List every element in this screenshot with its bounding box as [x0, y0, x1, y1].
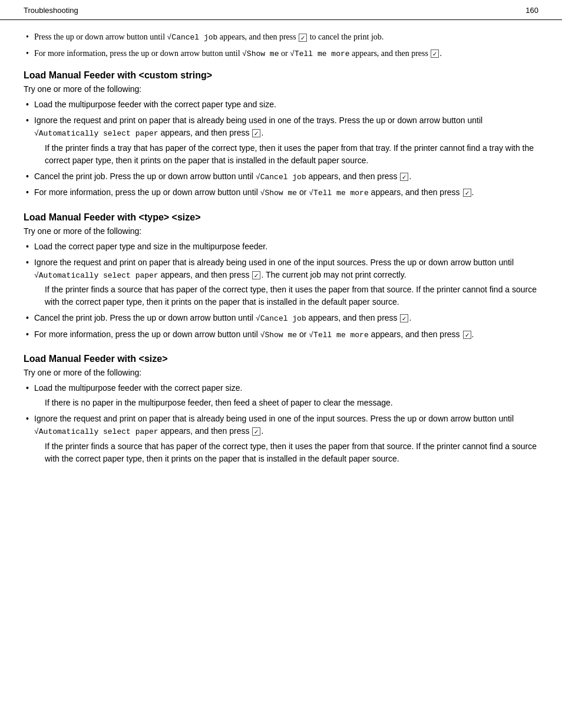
intro-bullet-1: Press the up or down arrow button until … [24, 31, 538, 44]
s-bullet-1: Load the multipurpose feeder with the co… [24, 382, 538, 409]
checkmark-icon-1: ✓ [299, 34, 307, 42]
section-type-size-list: Load the correct paper type and size in … [24, 241, 538, 341]
cs-checkmark-1: ✓ [252, 129, 260, 137]
ts-checkmark-3: ✓ [463, 331, 471, 339]
ts-bullet-4: For more information, press the up or do… [24, 328, 538, 341]
s-indent-1: If there is no paper in the multipurpose… [45, 397, 538, 409]
header-page: 160 [525, 6, 538, 15]
ts-bullet-1: Load the correct paper type and size in … [24, 241, 538, 253]
intro-bullet-2: For more information, press the up or do… [24, 47, 538, 60]
header-title: Troubleshooting [24, 6, 78, 15]
cs-bullet-3: Cancel the print job. Press the up or do… [24, 170, 538, 183]
section-custom-string-list: Load the multipurpose feeder with the co… [24, 98, 538, 199]
cs-indent-1: If the printer finds a tray that has pap… [45, 142, 538, 167]
section-type-size-title: Load Manual Feeder with <type> <size> [24, 212, 538, 223]
cs-mono-tell: √Tell me more [309, 189, 368, 197]
checkmark-icon-2: ✓ [431, 50, 439, 58]
try-text-2: Try one or more of the following: [24, 226, 538, 236]
page-header: Troubleshooting 160 [0, 0, 562, 20]
section-custom-string-title: Load Manual Feeder with <custom string> [24, 70, 538, 81]
s-indent-2: If the printer finds a source that has p… [45, 440, 538, 465]
ts-bullet-3: Cancel the print job. Press the up or do… [24, 312, 538, 325]
ts-checkmark-2: ✓ [400, 314, 408, 322]
section-size-title: Load Manual Feeder with <size> [24, 354, 538, 364]
ts-mono-cancel: √Cancel job [256, 314, 306, 323]
intro-mono-1: √Cancel job [167, 33, 218, 42]
ts-mono-tell: √Tell me more [309, 331, 368, 340]
s-mono-auto: √Automatically select paper [34, 427, 158, 436]
intro-mono-2: √Show me [242, 50, 279, 58]
ts-bullet-2: Ignore the request and print on paper th… [24, 256, 538, 309]
cs-bullet-1: Load the multipurpose feeder with the co… [24, 98, 538, 111]
try-text-1: Try one or more of the following: [24, 84, 538, 94]
cs-bullet-4: For more information, press the up or do… [24, 186, 538, 199]
ts-mono-auto: √Automatically select paper [34, 271, 158, 280]
cs-checkmark-2: ✓ [400, 173, 408, 181]
intro-list: Press the up or down arrow button until … [24, 31, 538, 60]
page-content: Press the up or down arrow button until … [0, 20, 562, 496]
try-text-3: Try one or more of the following: [24, 368, 538, 377]
cs-mono-cancel: √Cancel job [256, 173, 306, 182]
s-checkmark-1: ✓ [252, 427, 260, 436]
section-size-list: Load the multipurpose feeder with the co… [24, 382, 538, 465]
intro-mono-3: √Tell me more [290, 50, 349, 58]
s-bullet-2: Ignore the request and print on paper th… [24, 413, 538, 465]
ts-indent-1: If the printer finds a source that has p… [45, 284, 538, 308]
section-custom-string: Load Manual Feeder with <custom string> … [24, 70, 538, 199]
section-type-size: Load Manual Feeder with <type> <size> Tr… [24, 212, 538, 341]
ts-checkmark-1: ✓ [252, 271, 260, 279]
cs-bullet-2: Ignore the request and print on paper th… [24, 114, 538, 167]
section-size: Load Manual Feeder with <size> Try one o… [24, 354, 538, 465]
intro-bullets: Press the up or down arrow button until … [24, 31, 538, 60]
cs-checkmark-3: ✓ [463, 189, 471, 197]
page: Troubleshooting 160 Press the up or down… [0, 0, 562, 728]
cs-mono-show: √Show me [260, 189, 297, 197]
ts-mono-show: √Show me [260, 331, 297, 340]
cs-mono-auto: √Automatically select paper [34, 129, 158, 138]
